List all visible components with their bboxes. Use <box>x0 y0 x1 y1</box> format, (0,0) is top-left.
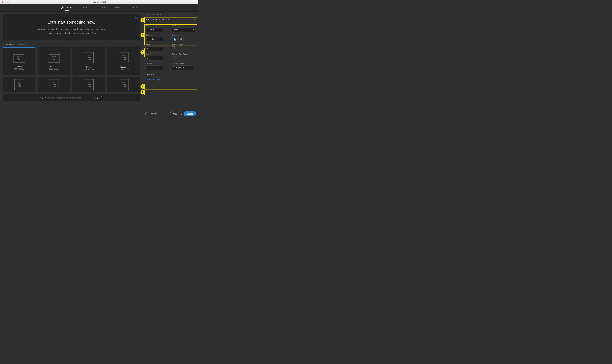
facing-pages-checkbox[interactable] <box>172 46 175 49</box>
templates-link[interactable]: templates <box>72 32 81 34</box>
column-gutter-input[interactable] <box>175 65 193 70</box>
preset-thumbnail <box>84 52 94 63</box>
annotation-box-6 <box>144 84 197 89</box>
document-presets-link[interactable]: document presets <box>87 28 103 30</box>
preview-label: Preview <box>150 113 157 115</box>
tab-web[interactable]: Web <box>110 4 125 12</box>
annotation-box-7 <box>144 90 197 95</box>
recent-items-header: YOUR RECENT ITEMS (8) <box>3 43 140 45</box>
landscape-icon <box>180 38 182 40</box>
tab-print-label: Print <box>100 6 105 9</box>
bleed-slug-disclosure[interactable]: › Bleed and Slug <box>145 77 196 82</box>
welcome-banner: ✕ Let's start something new. Start with … <box>3 14 140 40</box>
preset-card[interactable]: Custom 51p0 x 66p0 <box>107 47 140 75</box>
preset-card[interactable] <box>3 77 35 92</box>
page-shape-icon <box>86 54 91 61</box>
pages-label: Pages <box>145 43 169 46</box>
preset-subtitle: 51p0 x 66p0 <box>119 69 129 71</box>
chevron-right-icon: › <box>145 73 146 76</box>
preset-card[interactable] <box>38 77 70 92</box>
tab-mobile[interactable]: Mobile <box>125 4 143 12</box>
page-shape-icon <box>16 81 22 88</box>
save-preset-icon[interactable] <box>193 18 196 21</box>
tab-print[interactable]: Print <box>95 4 110 12</box>
go-button[interactable]: Go <box>94 96 102 100</box>
tab-saved-label: Saved <box>83 6 89 9</box>
margins-label: Margins <box>147 73 154 76</box>
tab-mobile-label: Mobile <box>130 6 137 9</box>
facing-pages-label: Facing Pages <box>172 43 196 46</box>
preset-subtitle: 792 x 612 px <box>14 68 24 70</box>
globe-icon <box>17 55 22 60</box>
chevron-right-icon: › <box>145 78 146 81</box>
document-name-input[interactable] <box>145 17 192 22</box>
preset-subtitle: 800 x 600 px <box>49 68 59 70</box>
columns-label: Columns <box>145 63 169 65</box>
window-titlebar: New Document <box>0 0 198 4</box>
stock-search-bar: Go <box>3 94 140 101</box>
bleed-slug-label: Bleed and Slug <box>147 78 160 80</box>
preset-details-panel: PRESET DETAILS Width ▲▼ Units <box>143 12 198 118</box>
preset-thumbnail <box>119 52 129 63</box>
height-input[interactable] <box>148 37 163 42</box>
orientation-portrait[interactable] <box>172 37 177 41</box>
close-button[interactable]: Close <box>170 111 182 116</box>
orientation-label: Orientation <box>172 34 196 36</box>
stock-search-input[interactable] <box>45 97 92 99</box>
preset-thumbnail <box>84 79 94 90</box>
close-icon[interactable]: ✕ <box>135 16 137 20</box>
preset-card[interactable]: Custom 51p0 x 66p0 <box>72 47 105 75</box>
preset-title: Custom <box>120 66 127 68</box>
banner-headline: Let's start something new. <box>7 20 136 25</box>
page-shape-icon <box>86 81 91 88</box>
page-shape-icon <box>51 81 57 88</box>
preset-title: Custom <box>16 65 22 67</box>
gutter-stepper[interactable]: ▲▼ <box>172 65 175 70</box>
preset-thumbnail <box>14 79 24 90</box>
window-title: New Document <box>0 1 198 3</box>
preset-thumbnail <box>119 79 129 90</box>
column-gutter-label: Column Gutter <box>172 63 196 65</box>
primary-text-frame-label: Primary Text Frame <box>172 53 196 55</box>
page-shape-icon <box>121 54 127 61</box>
search-icon <box>40 97 43 99</box>
preset-subtitle: 51p0 x 66p0 <box>84 69 94 71</box>
columns-stepper[interactable]: ▲▼ <box>145 65 148 70</box>
pages-input[interactable] <box>145 46 164 51</box>
primary-text-frame-checkbox[interactable] <box>172 56 175 58</box>
width-input[interactable] <box>148 27 163 32</box>
start-number-label: Start # <box>145 53 169 55</box>
category-tabs: Recent Saved Print Web Mobile <box>0 4 198 12</box>
preset-title: Custom <box>85 66 92 68</box>
preset-thumbnail <box>49 79 59 90</box>
preset-thumbnail <box>48 53 60 63</box>
preset-card[interactable]: Custom 792 x 612 px <box>3 47 35 75</box>
template-browser: ✕ Let's start something new. Start with … <box>0 12 143 118</box>
units-label: Units <box>172 25 196 26</box>
create-button[interactable]: Create <box>184 111 196 116</box>
preset-title: 800 x 600 <box>50 65 58 67</box>
units-select[interactable] <box>172 27 195 32</box>
preview-checkbox[interactable] <box>145 113 148 115</box>
tab-recent[interactable]: Recent <box>56 4 78 12</box>
preset-card[interactable] <box>107 77 140 92</box>
recent-icon <box>61 6 64 9</box>
start-number-input[interactable] <box>145 56 164 61</box>
portrait-icon <box>174 38 176 40</box>
margins-disclosure[interactable]: › Margins <box>145 72 196 77</box>
tab-web-label: Web <box>115 6 120 9</box>
width-stepper[interactable]: ▲▼ <box>145 27 148 32</box>
globe-icon <box>52 55 56 60</box>
columns-input[interactable] <box>148 65 163 70</box>
orientation-landscape[interactable] <box>179 37 183 41</box>
preset-card[interactable] <box>72 77 105 92</box>
preset-thumbnail <box>13 53 25 63</box>
height-stepper[interactable]: ▲▼ <box>145 37 148 42</box>
preset-details-header: PRESET DETAILS <box>145 13 196 15</box>
recent-items-grid: Custom 792 x 612 px 800 x 600 800 x 600 … <box>3 47 140 92</box>
width-label: Width <box>145 25 169 26</box>
tab-saved[interactable]: Saved <box>78 4 94 12</box>
banner-text: Start with your own document settings, p… <box>7 27 136 35</box>
tab-recent-label: Recent <box>65 6 72 9</box>
preset-card[interactable]: 800 x 600 800 x 600 px <box>38 47 70 75</box>
